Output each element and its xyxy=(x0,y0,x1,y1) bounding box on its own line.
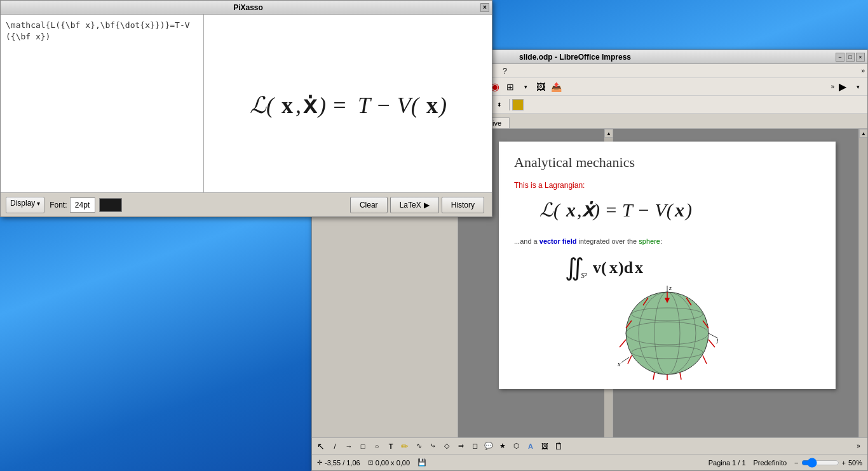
callout-btn[interactable]: 💬 xyxy=(482,440,495,453)
svg-text:ℒ(: ℒ( xyxy=(539,199,561,221)
font-label: Font: xyxy=(50,201,67,209)
svg-line-39 xyxy=(709,340,715,347)
svg-text:,: , xyxy=(295,93,301,118)
svg-text:,: , xyxy=(577,199,582,220)
svg-text:) =: ) = xyxy=(317,93,347,118)
zoom-out-btn[interactable]: − xyxy=(794,459,798,467)
toolbar-sep-6 xyxy=(509,99,510,110)
size-value: 0,00 x 0,00 xyxy=(376,459,410,467)
svg-text:y: y xyxy=(716,336,718,343)
freehand-tool-btn[interactable]: ✏ xyxy=(398,440,411,453)
expand-toolbar-btn[interactable]: » xyxy=(852,440,865,453)
latex-input[interactable]: \mathcal{L({\bf x},\bf{\dot{x}})}=T-V({\… xyxy=(6,20,198,211)
clear-button[interactable]: Clear xyxy=(350,197,388,213)
lagrangian-formula-svg: ℒ( x , ẋ ) = T − V( x ) xyxy=(539,194,711,224)
svg-line-32 xyxy=(621,357,629,362)
pixasso-close-btn[interactable]: × xyxy=(480,3,489,12)
latex-btn-arrow: ▶ xyxy=(424,201,430,209)
menu-help[interactable]: ? xyxy=(498,65,512,77)
navigator-btn[interactable]: ▶ xyxy=(836,80,850,94)
svg-text:)d: )d xyxy=(618,258,634,277)
basic-shapes-btn[interactable]: ◇ xyxy=(440,440,453,453)
history-button[interactable]: History xyxy=(442,197,484,213)
color2-stepper[interactable]: ⬍ xyxy=(492,98,506,112)
right-scroll-track xyxy=(859,138,867,445)
slide-content: Analytical mechanics This is a Lagrangia… xyxy=(499,142,836,389)
svg-point-22 xyxy=(626,292,709,375)
pixasso-body: \mathcal{L({\bf x},\bf{\dot{x}})}=T-V({\… xyxy=(1,15,492,216)
slide-title: Analytical mechanics xyxy=(514,154,820,171)
table-dropdown-btn[interactable]: ▾ xyxy=(519,80,532,94)
slide-lagrangian-label: This is a Lagrangian: xyxy=(514,181,820,190)
image-btn[interactable]: 🖼 xyxy=(534,80,548,94)
text-vector: vector field xyxy=(539,237,577,245)
zoom-slider[interactable] xyxy=(801,459,839,467)
lo-maximize-btn[interactable]: □ xyxy=(846,53,855,62)
export-btn[interactable]: 📤 xyxy=(549,80,563,94)
insert-image-btn[interactable]: 🖼 xyxy=(538,440,551,453)
svg-text:): ) xyxy=(684,199,692,221)
curve-tool-btn[interactable]: ∿ xyxy=(412,440,425,453)
status-size: ⊡ 0,00 x 0,00 xyxy=(368,459,410,467)
connector-tool-btn[interactable]: ⤷ xyxy=(426,440,439,453)
lo-close-btn[interactable]: × xyxy=(856,53,865,62)
math-preview-area: ℒ( x , ẋ ) = T − V( x ) xyxy=(204,15,492,194)
arrow-tool-btn[interactable]: → xyxy=(342,440,355,453)
latex-button[interactable]: LaTeX ▶ xyxy=(390,197,439,213)
shapes-2-btn[interactable]: ⬡ xyxy=(510,440,523,453)
status-predefinito: Predefinito xyxy=(754,459,787,467)
svg-text:z: z xyxy=(668,286,672,291)
svg-text:ẋ: ẋ xyxy=(303,93,318,118)
pixasso-title: PiXasso xyxy=(16,3,480,12)
text-tool-btn[interactable]: T xyxy=(384,440,397,453)
math-preview-svg: ℒ( x , ẋ ) = T − V( x ) xyxy=(243,85,453,123)
ellipse-tool-btn[interactable]: ○ xyxy=(370,440,383,453)
svg-text:S²: S² xyxy=(581,271,587,280)
svg-text:): ) xyxy=(438,93,447,118)
svg-text:x: x xyxy=(281,93,293,118)
drawing-toolbar: ↖ / → □ ○ T ✏ ∿ ⤷ ◇ ⇒ ◻ 💬 ★ ⬡ A 🖼 🗒 » xyxy=(312,437,867,454)
status-page: Pagina 1 / 1 xyxy=(709,459,746,467)
scroll-up-btn[interactable]: ▲ xyxy=(604,129,613,138)
svg-line-40 xyxy=(620,340,626,347)
rect-tool-btn[interactable]: □ xyxy=(356,440,369,453)
flowchart-btn[interactable]: ◻ xyxy=(468,440,481,453)
latex-btn-label: LaTeX xyxy=(400,201,421,209)
toolbar1-expand[interactable]: » xyxy=(831,83,834,90)
slide-math-formula-2: ∬ S² v( x )d x xyxy=(565,249,820,281)
svg-text:) =: ) = xyxy=(592,199,618,221)
lo-statusbar: ✛ -3,55 / 1,06 ⊡ 0,00 x 0,00 💾 Pagina 1 … xyxy=(312,454,867,470)
status-save-icon: 💾 xyxy=(417,458,426,467)
block-arrows-btn[interactable]: ⇒ xyxy=(454,440,467,453)
svg-text:x: x xyxy=(609,258,618,277)
line-tool-btn[interactable]: / xyxy=(329,440,341,453)
integral-formula-svg: ∬ S² v( x )d x xyxy=(565,249,679,281)
font-size-input[interactable] xyxy=(70,197,95,213)
svg-text:T − V(: T − V( xyxy=(358,93,420,118)
svg-text:v(: v( xyxy=(593,258,607,277)
lo-window-buttons: − □ × xyxy=(836,53,865,62)
status-zoom: − + 50% xyxy=(794,459,862,467)
fontwork-btn[interactable]: A xyxy=(524,440,537,453)
right-scrollbar: ▲ ▼ xyxy=(858,129,867,454)
slide-canvas-area: ▲ ▼ Analytical mechanics This is a Lagra… xyxy=(458,129,867,454)
table-btn[interactable]: ⊞ xyxy=(503,80,517,94)
font-color-swatch[interactable] xyxy=(99,198,122,212)
stars-btn[interactable]: ★ xyxy=(496,440,509,453)
pixasso-preview-panel: ℒ( x , ẋ ) = T − V( x ) − □ 1 ⊞ 100% EPS xyxy=(204,15,492,216)
slide-sphere-container: z y x xyxy=(514,286,820,381)
insert-special-btn[interactable]: 🗒 xyxy=(552,440,565,453)
pixasso-window: PiXasso × \mathcal{L({\bf x},\bf{\dot{x}… xyxy=(0,0,492,217)
slide-text-2: ...and a vector field integrated over th… xyxy=(514,237,820,245)
zoom-in-btn[interactable]: + xyxy=(842,459,846,467)
lo-minimize-btn[interactable]: − xyxy=(836,53,844,62)
fill-color-swatch xyxy=(512,99,524,110)
select-tool-btn[interactable]: ↖ xyxy=(315,440,327,453)
right-scroll-up-btn[interactable]: ▲ xyxy=(859,129,867,138)
display-dropdown[interactable]: Display xyxy=(6,197,44,213)
svg-text:x: x xyxy=(566,199,576,220)
navigator-dropdown-btn[interactable]: ▾ xyxy=(851,80,865,94)
toolbar-expand-btn[interactable]: » xyxy=(861,67,865,74)
svg-line-42 xyxy=(628,355,632,364)
slide-math-formula-1: ℒ( x , ẋ ) = T − V( x ) xyxy=(539,194,820,229)
